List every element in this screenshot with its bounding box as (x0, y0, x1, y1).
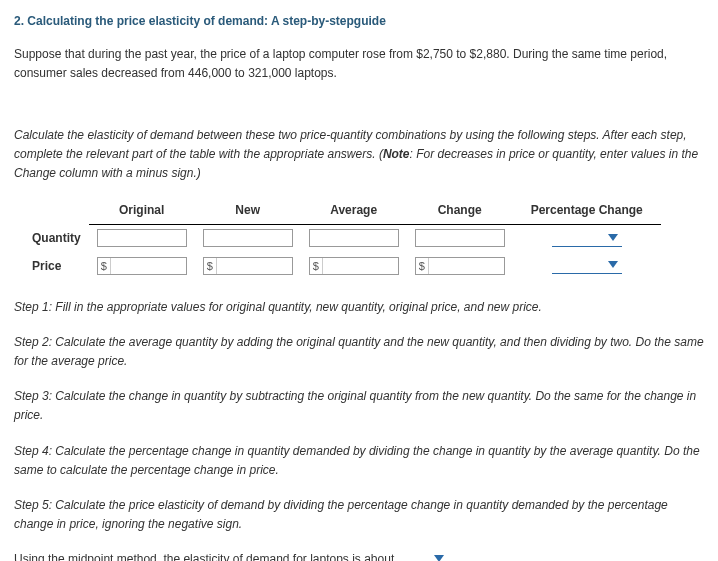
currency-symbol: $ (204, 258, 217, 274)
instruction-paragraph: Calculate the elasticity of demand betwe… (14, 126, 704, 184)
svg-marker-2 (434, 555, 444, 561)
header-change: Change (407, 197, 513, 225)
quantity-original-input[interactable] (97, 229, 187, 247)
row-label-price: Price (32, 253, 89, 280)
currency-symbol: $ (98, 258, 111, 274)
header-average: Average (301, 197, 407, 225)
price-average-input[interactable] (323, 258, 398, 274)
step-1: Step 1: Fill in the appropriate values f… (14, 298, 704, 317)
step-4: Step 4: Calculate the percentage change … (14, 442, 704, 480)
chevron-down-icon (608, 234, 618, 242)
quantity-pct-change-dropdown[interactable] (552, 231, 622, 247)
quantity-change-input[interactable] (415, 229, 505, 247)
final-sentence: Using the midpoint method, the elasticit… (14, 550, 704, 561)
final-post-text: . (453, 552, 456, 561)
chevron-down-icon (434, 555, 444, 561)
step-5: Step 5: Calculate the price elasticity o… (14, 496, 704, 534)
svg-marker-1 (608, 261, 618, 268)
note-label: Note (383, 147, 410, 161)
header-new: New (195, 197, 301, 225)
step-2: Step 2: Calculate the average quantity b… (14, 333, 704, 371)
currency-symbol: $ (416, 258, 429, 274)
quantity-new-input[interactable] (203, 229, 293, 247)
header-original: Original (89, 197, 195, 225)
currency-symbol: $ (310, 258, 323, 274)
price-original-field[interactable]: $ (97, 257, 187, 275)
elasticity-answer-dropdown[interactable] (402, 555, 446, 561)
header-percentage-change: Percentage Change (513, 197, 661, 225)
price-change-field[interactable]: $ (415, 257, 505, 275)
price-original-input[interactable] (111, 258, 186, 274)
price-change-input[interactable] (429, 258, 504, 274)
chevron-down-icon (608, 261, 618, 269)
elasticity-table: Original New Average Change Percentage C… (32, 197, 661, 280)
table-row-quantity: Quantity (32, 225, 661, 253)
table-row-price: Price $ $ $ $ (32, 253, 661, 280)
step-3: Step 3: Calculate the change in quantity… (14, 387, 704, 425)
final-pre-text: Using the midpoint method, the elasticit… (14, 552, 398, 561)
price-pct-change-dropdown[interactable] (552, 258, 622, 274)
price-average-field[interactable]: $ (309, 257, 399, 275)
row-label-quantity: Quantity (32, 225, 89, 253)
intro-paragraph: Suppose that during the past year, the p… (14, 45, 704, 83)
header-blank (32, 197, 89, 225)
question-title: 2. Calculating the price elasticity of d… (14, 12, 704, 31)
table-header-row: Original New Average Change Percentage C… (32, 197, 661, 225)
quantity-average-input[interactable] (309, 229, 399, 247)
price-new-input[interactable] (217, 258, 292, 274)
svg-marker-0 (608, 234, 618, 241)
price-new-field[interactable]: $ (203, 257, 293, 275)
